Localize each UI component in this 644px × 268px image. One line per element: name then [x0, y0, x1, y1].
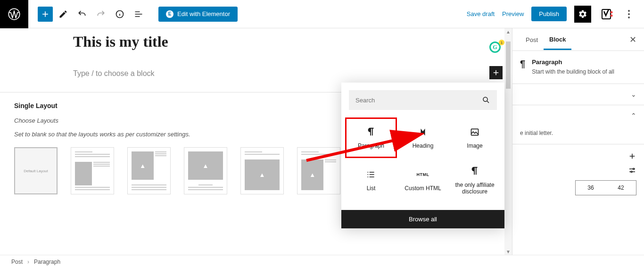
info-icon[interactable] [111, 6, 128, 23]
block-description: ¶ Paragraph Start with the building bloc… [512, 51, 644, 84]
layout-thumb-3[interactable]: ▲ [127, 147, 171, 194]
svg-point-5 [628, 10, 630, 12]
redo-icon[interactable] [92, 6, 109, 23]
layout-thumb-2[interactable] [71, 147, 114, 194]
edit-tool-icon[interactable] [55, 6, 72, 23]
yoast-button[interactable] [599, 6, 616, 23]
layout-thumb-5[interactable]: ▲ [240, 147, 284, 194]
grammarly-count: 1 [499, 40, 504, 45]
sliders-icon[interactable] [628, 166, 636, 175]
block-item-paragraph[interactable]: Paragraph [345, 117, 397, 158]
sidebar-body-text: e initial letter. [512, 126, 644, 144]
chevron-down-icon: ⌄ [631, 91, 636, 98]
toolbar-left: E Edit with Elementor [28, 6, 238, 23]
tab-post[interactable]: Post [520, 30, 544, 49]
paragraph-icon: ¶ [520, 59, 525, 76]
svg-point-12 [631, 171, 632, 173]
block-item-affiliate[interactable]: the only affiliate disclosure [449, 158, 501, 202]
save-draft-button[interactable]: Save draft [467, 10, 495, 17]
block-prompt[interactable]: Type / to choose a block [73, 69, 439, 78]
svg-point-8 [483, 97, 487, 101]
add-block-toolbar-button[interactable] [38, 7, 53, 22]
wp-logo[interactable] [0, 0, 28, 28]
layout-thumb-4[interactable]: ▲ [184, 147, 227, 194]
outline-icon[interactable] [130, 6, 147, 23]
sidebar-extra-controls: 36 42 [512, 144, 644, 203]
search-icon [482, 96, 490, 104]
chevron-up-icon: ⌃ [631, 112, 636, 119]
html-icon: HTML [417, 169, 429, 180]
paragraph-icon [365, 126, 377, 138]
list-icon [365, 169, 377, 180]
image-icon [469, 126, 480, 138]
grammarly-badge[interactable]: 1 [489, 42, 503, 55]
block-subtitle: Start with the building block of all [532, 67, 614, 76]
browse-all-button[interactable]: Browse all [341, 210, 504, 228]
toolbar-right: Save draft Preview Publish [467, 6, 644, 23]
svg-point-7 [628, 17, 630, 18]
sidebar-tabs: Post Block ✕ [512, 28, 644, 51]
preview-button[interactable]: Preview [502, 10, 524, 17]
block-title: Paragraph [532, 59, 614, 66]
top-toolbar: E Edit with Elementor Save draft Preview… [0, 0, 644, 28]
main-scrollbar[interactable]: ▲ ▼ [504, 28, 512, 255]
settings-sidebar: Post Block ✕ ¶ Paragraph Start with the … [512, 28, 644, 255]
layout-thumb-default[interactable]: Default Layout [14, 147, 58, 194]
svg-point-4 [611, 14, 613, 17]
close-sidebar-icon[interactable]: ✕ [629, 34, 636, 45]
inserter-search[interactable] [349, 90, 497, 110]
breadcrumb: Post › Paragraph [0, 255, 644, 268]
block-grid: Paragraph Heading Image List HTML Custom… [341, 117, 504, 210]
svg-point-11 [633, 168, 635, 170]
layout-thumb-6[interactable]: ▲ [297, 147, 340, 194]
undo-icon[interactable] [74, 6, 91, 23]
settings-button[interactable] [574, 6, 591, 23]
affiliate-paragraph-icon [469, 166, 480, 177]
search-input[interactable] [355, 97, 482, 104]
svg-point-3 [611, 11, 613, 13]
add-control-icon[interactable] [628, 152, 636, 160]
svg-point-0 [8, 8, 19, 19]
elementor-label: Edit with Elementor [177, 10, 230, 17]
svg-point-6 [628, 13, 630, 15]
sidebar-section-collapsed[interactable]: ⌄ [512, 84, 644, 105]
heading-icon [417, 126, 429, 138]
breadcrumb-post[interactable]: Post [11, 259, 23, 265]
block-item-image[interactable]: Image [449, 117, 501, 158]
elementor-button[interactable]: E Edit with Elementor [158, 7, 238, 22]
breadcrumb-separator: › [27, 259, 29, 265]
sidebar-section-expanded[interactable]: ⌃ [512, 105, 644, 126]
add-block-inline-button[interactable] [489, 66, 503, 79]
breadcrumb-paragraph[interactable]: Paragraph [34, 259, 60, 265]
more-menu-button[interactable] [623, 6, 635, 23]
block-item-heading[interactable]: Heading [397, 117, 449, 158]
block-item-list[interactable]: List [345, 158, 397, 202]
editor-area: This is my title Type / to choose a bloc… [0, 28, 512, 78]
post-title[interactable]: This is my title [73, 33, 439, 50]
block-item-custom-html[interactable]: HTML Custom HTML [397, 158, 449, 202]
elementor-icon: E [166, 10, 173, 18]
publish-button[interactable]: Publish [531, 7, 567, 21]
block-inserter-popup: Paragraph Heading Image List HTML Custom… [341, 83, 504, 228]
number-range-input[interactable]: 36 42 [575, 180, 636, 195]
tab-block[interactable]: Block [544, 29, 571, 50]
